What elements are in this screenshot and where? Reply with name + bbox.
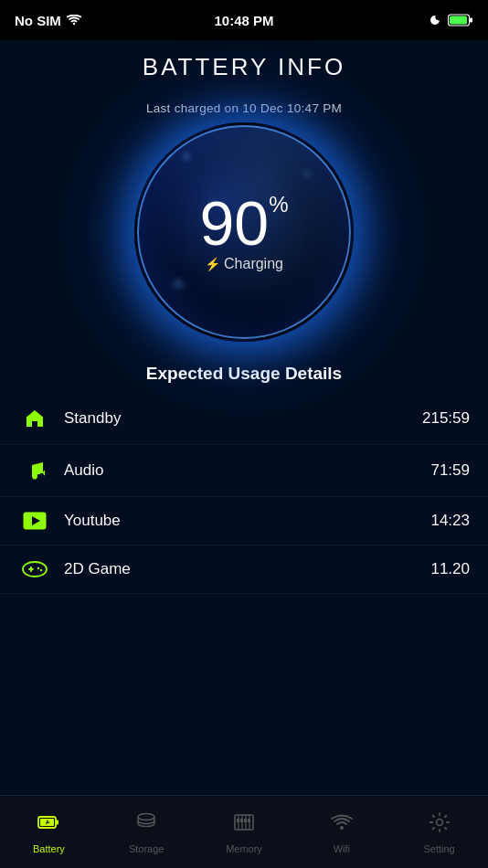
bolt-icon: ⚡	[205, 257, 220, 271]
tab-wifi[interactable]: Wifi	[292, 796, 390, 868]
tab-memory-label: Memory	[226, 843, 262, 854]
svg-rect-21	[237, 819, 239, 822]
page-title: BATTERY INFO	[0, 40, 488, 92]
battery-percent-value: 90	[200, 192, 270, 254]
usage-item-youtube: Youtube 14:23	[0, 497, 488, 545]
tab-setting-icon	[428, 810, 451, 840]
tab-bar: Battery Storage	[0, 795, 488, 868]
battery-circle-container: 90 % ⚡ Charging	[0, 122, 488, 342]
status-left: No SIM	[15, 13, 81, 28]
standby-value: 215:59	[422, 409, 470, 428]
tab-memory-icon	[232, 810, 256, 840]
svg-rect-22	[240, 819, 243, 822]
usage-section-title: Expected Usage Details	[0, 364, 488, 384]
usage-item-standby: Standby 215:59	[0, 393, 488, 445]
youtube-icon	[18, 512, 51, 530]
tab-wifi-label: Wifi	[334, 843, 350, 854]
charging-text: Charging	[224, 256, 283, 272]
youtube-label: Youtube	[64, 512, 430, 530]
carrier-label: No SIM	[15, 13, 61, 28]
svg-point-9	[40, 569, 42, 571]
usage-item-2dgame: 2D Game 11.20	[0, 545, 488, 594]
tab-battery[interactable]: Battery	[0, 796, 98, 868]
tab-battery-label: Battery	[33, 843, 65, 854]
tab-storage-icon	[134, 810, 158, 840]
svg-rect-11	[56, 820, 58, 824]
charging-label: ⚡ Charging	[205, 256, 283, 272]
2dgame-value: 11.20	[430, 560, 470, 578]
battery-circle: 90 % ⚡ Charging	[134, 122, 354, 342]
main-content: BATTERY INFO Last charged on 10 Dec 10:4…	[0, 40, 488, 817]
tab-wifi-icon	[330, 810, 354, 840]
tab-storage-label: Storage	[129, 843, 164, 854]
svg-point-5	[23, 562, 47, 577]
tab-battery-icon	[37, 810, 60, 840]
battery-status-icon	[448, 14, 473, 26]
svg-rect-2	[450, 16, 467, 25]
game-icon	[18, 560, 51, 578]
last-charged-label: Last charged on 10 Dec 10:47 PM	[0, 92, 488, 115]
usage-list: Standby 215:59 Audio 71:59 Yo	[0, 393, 488, 594]
svg-point-26	[436, 819, 442, 825]
battery-percent-symbol: %	[269, 192, 288, 217]
2dgame-label: 2D Game	[64, 560, 430, 578]
tab-storage[interactable]: Storage	[98, 796, 196, 868]
usage-item-audio: Audio 71:59	[0, 445, 488, 497]
svg-rect-24	[248, 819, 250, 822]
tab-setting[interactable]: Setting	[390, 796, 488, 868]
status-bar: No SIM 10:48 PM	[0, 0, 488, 40]
tab-memory[interactable]: Memory	[196, 796, 293, 868]
svg-rect-23	[244, 819, 247, 822]
moon-icon	[430, 14, 442, 26]
status-time: 10:48 PM	[214, 13, 273, 28]
svg-rect-1	[470, 18, 472, 23]
standby-label: Standby	[64, 409, 422, 428]
svg-point-15	[138, 813, 154, 820]
audio-label: Audio	[64, 461, 430, 480]
wifi-status-icon	[67, 15, 81, 26]
standby-icon	[18, 408, 51, 429]
audio-value: 71:59	[430, 461, 470, 480]
tab-setting-label: Setting	[423, 843, 454, 854]
youtube-value: 14:23	[430, 512, 470, 530]
svg-point-25	[340, 826, 344, 830]
svg-point-8	[37, 567, 39, 569]
audio-icon	[18, 460, 51, 482]
status-right	[430, 14, 473, 26]
